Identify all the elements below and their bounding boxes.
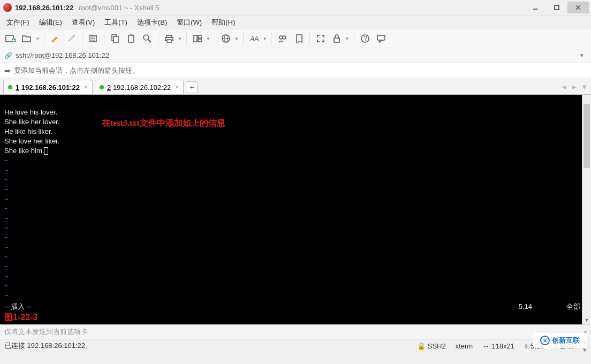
send-bar[interactable]: 仅将文本发送到当前选项卡 ▾ <box>0 324 591 339</box>
svg-text:?: ? <box>363 34 367 42</box>
svg-rect-24 <box>198 35 201 38</box>
svg-point-32 <box>283 36 286 39</box>
chevron-down-icon[interactable]: ▼ <box>234 36 239 41</box>
wand-icon[interactable] <box>65 32 78 45</box>
chevron-down-icon[interactable]: ▼ <box>345 36 350 41</box>
terminal[interactable]: He love his lover. She like her lover. H… <box>0 95 591 324</box>
svg-rect-23 <box>194 35 197 42</box>
vim-tilde: ~ <box>4 282 9 290</box>
vim-tilde: ~ <box>4 214 9 222</box>
lock-icon[interactable] <box>330 32 343 45</box>
tab-close-icon[interactable]: × <box>175 84 179 91</box>
chevron-down-icon[interactable]: ▼ <box>35 36 40 41</box>
scroll-thumb[interactable] <box>584 104 590 168</box>
svg-rect-15 <box>113 36 118 42</box>
session-tab-1[interactable]: 1 192.168.26.101:22 × <box>3 80 93 94</box>
svg-rect-1 <box>555 5 559 10</box>
menu-file[interactable]: 文件(F) <box>6 18 29 27</box>
address-text[interactable]: ssh://root@192.168.26.101:22 <box>16 51 109 59</box>
tab-nav: ◄ ► ▼ <box>560 83 588 94</box>
cursor <box>44 147 48 155</box>
tab-number: 1 <box>16 84 19 92</box>
separator <box>354 32 354 45</box>
separator <box>309 32 310 45</box>
highlight-icon[interactable] <box>49 32 62 45</box>
print-icon[interactable] <box>163 32 176 45</box>
vim-mode: -- 插入 -- <box>4 302 32 312</box>
chevron-down-icon[interactable]: ▼ <box>263 36 267 41</box>
svg-rect-36 <box>377 35 385 40</box>
tab-prev-icon[interactable]: ◄ <box>560 83 567 91</box>
arrow-icon[interactable]: ➡ <box>4 66 11 75</box>
cursor-icon: ⎀ <box>524 342 528 350</box>
vim-tilde: ~ <box>4 166 9 174</box>
menu-tab[interactable]: 选项卡(B) <box>137 18 167 27</box>
lock-icon: 🔒 <box>417 342 426 350</box>
title-rest: root@vms001:~ - Xshell 5 <box>79 4 159 12</box>
menu-edit[interactable]: 编辑(E) <box>39 18 62 27</box>
vim-tilde: ~ <box>4 233 9 241</box>
font-icon[interactable]: AA <box>248 32 261 45</box>
terminal-line: She like her lover. <box>4 118 59 126</box>
script-icon[interactable] <box>292 32 305 45</box>
minimize-button[interactable] <box>525 2 546 13</box>
copy-icon[interactable] <box>109 32 122 45</box>
chat-icon[interactable] <box>375 32 388 45</box>
svg-line-8 <box>69 36 74 41</box>
tab-next-icon[interactable]: ► <box>571 83 578 91</box>
layout-icon[interactable] <box>191 32 204 45</box>
close-button[interactable] <box>567 2 589 13</box>
paste-icon[interactable] <box>125 32 138 45</box>
tab-label: 192.168.26.102:22 <box>113 84 171 92</box>
title-host: 192.168.26.101:22 <box>15 4 73 12</box>
vim-tilde: ~ <box>4 156 9 164</box>
fullscreen-icon[interactable] <box>314 32 327 45</box>
title-bar: 192.168.26.101:22 root@vms001:~ - Xshell… <box>0 0 591 15</box>
svg-rect-25 <box>198 39 201 42</box>
scroll-down-icon[interactable]: ▼ <box>582 315 591 324</box>
maximize-button[interactable] <box>546 2 567 13</box>
menu-bar: 文件(F) 编辑(E) 查看(V) 工具(T) 选项卡(B) 窗口(W) 帮助(… <box>0 15 591 29</box>
chevron-down-icon[interactable]: ▼ <box>178 36 182 41</box>
separator <box>271 32 272 45</box>
menu-view[interactable]: 查看(V) <box>72 18 95 27</box>
vim-tilde: ~ <box>4 272 9 280</box>
chevron-down-icon[interactable]: ▼ <box>577 52 587 58</box>
separator <box>215 32 215 45</box>
separator <box>104 32 104 45</box>
vim-tilde: ~ <box>4 176 9 184</box>
tab-close-icon[interactable]: × <box>84 84 88 91</box>
menu-window[interactable]: 窗口(W) <box>177 18 202 27</box>
status-connection: 已连接 192.168.26.101:22。 <box>4 341 92 351</box>
scrollbar[interactable]: ▲ ▼ <box>582 95 591 324</box>
watermark-icon: ✕ <box>540 336 550 345</box>
new-session-icon[interactable] <box>4 32 17 45</box>
users-icon[interactable] <box>276 32 289 45</box>
status-dot-icon <box>100 85 104 89</box>
svg-line-19 <box>148 40 151 42</box>
session-tab-2[interactable]: 2 192.168.26.102:22 × <box>95 80 184 94</box>
vim-tilde: ~ <box>4 204 9 213</box>
tab-menu-icon[interactable]: ▼ <box>581 83 588 91</box>
svg-rect-22 <box>167 40 171 42</box>
figure-label: 图1-22-3 <box>4 313 37 322</box>
status-protocol: 🔒SSH2 <box>417 342 446 350</box>
vim-tilde: ~ <box>4 185 9 193</box>
menu-tools[interactable]: 工具(T) <box>104 18 127 27</box>
help-icon[interactable]: ? <box>359 32 372 45</box>
chevron-down-icon[interactable]: ▼ <box>206 36 210 41</box>
send-hint: 仅将文本发送到当前选项卡 <box>4 327 88 337</box>
separator <box>82 32 82 45</box>
menu-help[interactable]: 帮助(H) <box>211 18 235 27</box>
add-tab-button[interactable]: + <box>186 81 198 93</box>
properties-icon[interactable] <box>87 32 100 45</box>
size-icon: ↔ <box>482 342 489 350</box>
separator <box>158 32 158 45</box>
separator <box>44 32 44 45</box>
watermark-text: 创新互联 <box>552 336 580 345</box>
find-icon[interactable] <box>141 32 154 45</box>
globe-icon[interactable] <box>219 32 232 45</box>
open-icon[interactable] <box>20 32 33 45</box>
terminal-line: He like his liker. <box>4 127 52 135</box>
svg-rect-17 <box>130 34 133 36</box>
